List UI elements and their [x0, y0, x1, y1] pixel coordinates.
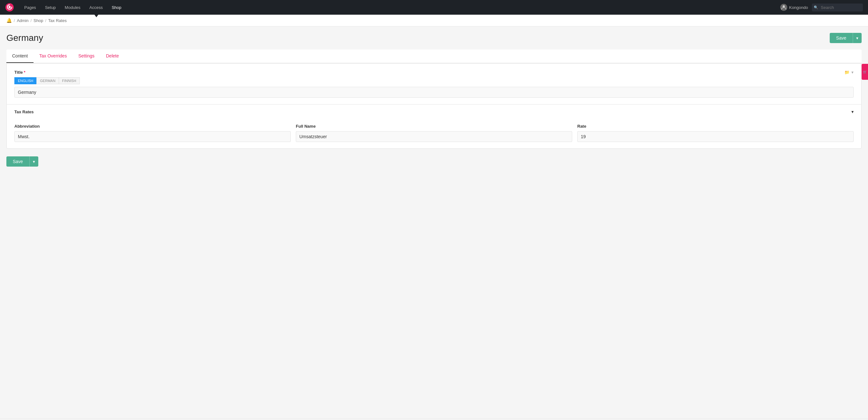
breadcrumb-admin[interactable]: Admin — [17, 18, 29, 23]
tab-settings[interactable]: Settings — [72, 50, 100, 63]
bottom-save-area: Save ▾ — [6, 154, 862, 169]
title-label-text: Title* — [14, 70, 26, 75]
fullname-input[interactable] — [296, 131, 572, 142]
folder-icon[interactable]: 📁 — [844, 70, 849, 75]
save-button-group: Save ▾ — [830, 33, 862, 43]
nav-item-access[interactable]: Access — [86, 3, 106, 12]
nav-item-modules[interactable]: Modules — [61, 3, 84, 12]
rate-input[interactable] — [577, 131, 854, 142]
lang-tab-german[interactable]: GERMAN — [36, 77, 58, 84]
footer: ProcessWire 3.0.187 dev © 2021 ⚙ Debug M… — [0, 419, 868, 420]
breadcrumb-shop[interactable]: Shop — [33, 18, 43, 23]
top-navigation: Pages Setup Modules Access Shop Kongondo — [0, 0, 868, 15]
username-label: Kongondo — [789, 5, 808, 10]
tax-rates-chevron-icon: ▾ — [851, 109, 854, 114]
save-dropdown-button[interactable]: ▾ — [853, 33, 862, 43]
title-field-actions: 📁 ▾ — [844, 70, 854, 75]
nav-items: Pages Setup Modules Access Shop — [21, 3, 780, 12]
fullname-col-header: Full Name — [296, 124, 572, 129]
page-header: Germany Save ▾ — [6, 33, 862, 43]
breadcrumb-sep-0: / — [14, 18, 15, 23]
bottom-save-button-group: Save ▾ — [6, 156, 38, 167]
lang-tab-finnish[interactable]: FINNISH — [59, 77, 80, 84]
form-card: Title* 📁 ▾ ENGLISH GERMAN FINNISH T — [6, 63, 862, 149]
breadcrumb-sep-2: / — [45, 18, 46, 23]
title-field-section: Title* 📁 ▾ ENGLISH GERMAN FINNISH — [7, 63, 861, 104]
bottom-save-button[interactable]: Save — [6, 156, 29, 167]
breadcrumb-sep-1: / — [30, 18, 32, 23]
title-field-label: Title* 📁 ▾ — [14, 70, 854, 75]
nav-item-pages[interactable]: Pages — [21, 3, 40, 12]
user-avatar-icon — [780, 4, 787, 11]
tax-rates-title: Tax Rates — [14, 110, 33, 114]
title-input[interactable] — [14, 87, 854, 98]
tax-row-headers: Abbreviation Full Name Rate — [14, 124, 854, 129]
abbreviation-col-header: Abbreviation — [14, 124, 291, 129]
logo[interactable] — [5, 3, 14, 12]
nav-item-setup[interactable]: Setup — [41, 3, 60, 12]
tax-row-inputs — [14, 131, 854, 142]
bottom-save-dropdown-button[interactable]: ▾ — [29, 156, 38, 167]
svg-point-2 — [782, 5, 785, 8]
nav-right: Kongondo — [780, 3, 863, 11]
tab-content[interactable]: Content — [6, 50, 33, 63]
tax-rates-section: Tax Rates ▾ Abbreviation Full Name Rate — [7, 104, 861, 148]
user-menu[interactable]: Kongondo — [780, 4, 808, 11]
nav-item-shop[interactable]: Shop — [108, 3, 125, 12]
tab-delete[interactable]: Delete — [100, 50, 124, 63]
svg-point-1 — [9, 6, 11, 8]
required-star: * — [24, 70, 26, 75]
search-input[interactable] — [812, 3, 863, 11]
tax-rates-body: Abbreviation Full Name Rate — [7, 119, 861, 148]
chevron-icon[interactable]: ▾ — [851, 70, 854, 75]
bell-icon[interactable]: 🔔 — [6, 18, 12, 23]
form-container: Content Tax Overrides Settings Delete Ti… — [6, 50, 862, 149]
abbreviation-input[interactable] — [14, 131, 291, 142]
page-title: Germany — [6, 33, 43, 43]
tab-tax-overrides[interactable]: Tax Overrides — [33, 50, 72, 63]
breadcrumb-current: Tax Rates — [48, 18, 67, 23]
tabs-bar: Content Tax Overrides Settings Delete — [6, 50, 862, 63]
main-content: Germany Save ▾ Content Tax Overrides Set… — [0, 27, 868, 419]
side-panel-icon: 🛒 — [863, 70, 867, 74]
side-panel[interactable]: 🛒 — [862, 64, 868, 80]
tax-rates-header[interactable]: Tax Rates ▾ — [7, 104, 861, 119]
save-button[interactable]: Save — [830, 33, 853, 43]
lang-tab-english[interactable]: ENGLISH — [14, 77, 36, 84]
language-tabs: ENGLISH GERMAN FINNISH — [14, 77, 854, 84]
rate-col-header: Rate — [577, 124, 854, 129]
chevron-down-icon: ▾ — [856, 36, 859, 40]
bottom-chevron-down-icon: ▾ — [33, 159, 35, 164]
search-wrapper — [812, 3, 863, 11]
nav-arrow-indicator — [94, 15, 98, 17]
breadcrumb: 🔔 / Admin / Shop / Tax Rates — [0, 15, 868, 27]
